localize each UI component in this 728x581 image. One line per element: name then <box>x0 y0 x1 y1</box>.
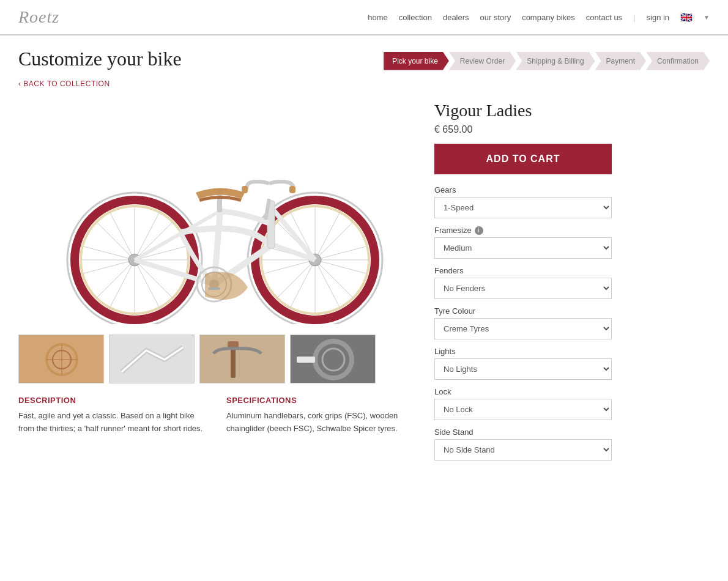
svg-rect-54 <box>110 335 195 383</box>
option-label-4: Lights <box>434 347 612 356</box>
option-select-framesize[interactable]: SmallMediumLarge <box>434 237 612 259</box>
product-price: € 659.00 <box>434 124 612 135</box>
description-text: Fast, agile and yet a classic. Based on … <box>18 410 208 435</box>
step-shipping-billing[interactable]: Shipping & Billing <box>516 52 595 70</box>
svg-line-32 <box>315 260 341 309</box>
option-group-side-stand: Side StandNo Side StandWith Side Stand <box>434 427 612 461</box>
option-select-tyre-colour[interactable]: Creme TyresBlack TyresWhite Tyres <box>434 318 612 339</box>
svg-line-37 <box>289 260 315 309</box>
svg-line-13 <box>84 246 135 260</box>
option-label-5: Lock <box>434 387 612 396</box>
nav-contact-us[interactable]: contact us <box>586 13 622 22</box>
option-label-3: Tyre Colour <box>434 306 612 316</box>
nav-home[interactable]: home <box>368 13 388 22</box>
svg-rect-61 <box>297 357 315 363</box>
nav-our-story[interactable]: our story <box>480 13 511 22</box>
svg-line-30 <box>315 222 353 260</box>
header-right: home collection dealers our story compan… <box>368 12 710 23</box>
svg-line-11 <box>109 210 135 260</box>
step-review-order[interactable]: Review Order <box>449 52 516 70</box>
bike-image <box>18 101 416 327</box>
svg-rect-47 <box>242 186 248 193</box>
option-label-1: Framesizei <box>434 226 612 235</box>
nav-signin[interactable]: sign in <box>647 13 670 22</box>
page-title: Customize your bike <box>18 48 182 70</box>
logo: Roetz <box>18 7 59 27</box>
svg-rect-46 <box>289 186 295 193</box>
thumbnail-2[interactable] <box>109 335 195 383</box>
option-label-2: Fenders <box>434 266 612 275</box>
product-name: Vigour Ladies <box>434 101 612 120</box>
svg-line-38 <box>315 210 341 260</box>
svg-line-17 <box>109 260 135 309</box>
thumbnail-3[interactable] <box>199 335 285 383</box>
main-nav: home collection dealers our story compan… <box>368 12 710 23</box>
svg-line-15 <box>84 260 135 273</box>
option-group-lights: LightsNo LightsFront LightFront & Rear L… <box>434 347 612 380</box>
page-header: Customize your bike Pick your bike Revie… <box>0 35 728 89</box>
option-label-6: Side Stand <box>434 427 612 437</box>
option-label-0: Gears <box>434 185 612 194</box>
specifications-heading: SPECIFICATIONS <box>226 396 416 405</box>
step-pick-bike[interactable]: Pick your bike <box>384 52 449 70</box>
svg-line-35 <box>264 260 315 273</box>
svg-line-34 <box>315 260 366 273</box>
option-group-lock: LockNo LockWith Lock <box>434 387 612 420</box>
option-select-lock[interactable]: No LockWith Lock <box>434 399 612 420</box>
nav-collection[interactable]: collection <box>399 13 432 22</box>
back-to-collection-link[interactable]: BACK TO COLLECTION <box>18 80 110 88</box>
info-icon[interactable]: i <box>475 226 483 235</box>
option-group-fenders: FendersNo FendersWith Fenders <box>434 266 612 299</box>
option-group-framesize: FramesizeiSmallMediumLarge <box>434 226 612 259</box>
svg-line-16 <box>135 246 185 260</box>
nav-company-bikes[interactable]: company bikes <box>522 13 575 22</box>
option-group-tyre-colour: Tyre ColourCreme TyresBlack TyresWhite T… <box>434 306 612 339</box>
description-heading: DESCRIPTION <box>18 396 208 405</box>
flag-icon[interactable]: 🇬🇧 <box>680 12 693 23</box>
svg-line-7 <box>97 222 135 260</box>
svg-line-29 <box>277 260 315 298</box>
main-content: DESCRIPTION Fast, agile and yet a classi… <box>0 89 728 480</box>
option-select-side-stand[interactable]: No Side StandWith Side Stand <box>434 439 612 461</box>
specifications-column: SPECIFICATIONS Aluminum handlebars, cork… <box>226 396 416 435</box>
svg-line-36 <box>315 246 366 260</box>
specifications-text: Aluminum handlebars, cork grips (FSC), w… <box>226 410 416 435</box>
add-to-cart-button[interactable]: ADD TO CART <box>434 144 612 174</box>
svg-rect-55 <box>200 335 285 383</box>
desc-specs: DESCRIPTION Fast, agile and yet a classi… <box>18 396 416 435</box>
option-select-fenders[interactable]: No FendersWith Fenders <box>434 278 612 299</box>
svg-rect-44 <box>217 193 222 212</box>
step-payment[interactable]: Payment <box>595 52 646 70</box>
step-confirmation[interactable]: Confirmation <box>646 52 710 70</box>
option-select-lights[interactable]: No LightsFront LightFront & Rear Lights <box>434 358 612 380</box>
thumbnail-1[interactable] <box>18 335 104 383</box>
description-column: DESCRIPTION Fast, agile and yet a classi… <box>18 396 208 435</box>
nav-divider: | <box>633 13 635 22</box>
nav-dealers[interactable]: dealers <box>443 13 469 22</box>
left-column: DESCRIPTION Fast, agile and yet a classi… <box>18 101 416 468</box>
svg-line-9 <box>97 260 135 298</box>
header: Roetz home collection dealers our story … <box>0 0 728 35</box>
svg-rect-48 <box>208 287 220 290</box>
options-container: Gears1-Speed3-Speed7-SpeedFramesizeiSmal… <box>434 185 612 461</box>
thumbnails <box>18 335 416 383</box>
option-select-gears[interactable]: 1-Speed3-Speed7-Speed <box>434 197 612 218</box>
steps-bar: Pick your bike Review Order Shipping & B… <box>384 52 710 70</box>
right-column: Vigour Ladies € 659.00 ADD TO CART Gears… <box>434 101 612 468</box>
option-group-gears: Gears1-Speed3-Speed7-Speed <box>434 185 612 218</box>
svg-line-28 <box>315 260 353 298</box>
thumbnail-4[interactable] <box>290 335 376 383</box>
flag-dropdown-icon[interactable]: ▼ <box>704 14 710 21</box>
bike-svg <box>40 104 395 324</box>
